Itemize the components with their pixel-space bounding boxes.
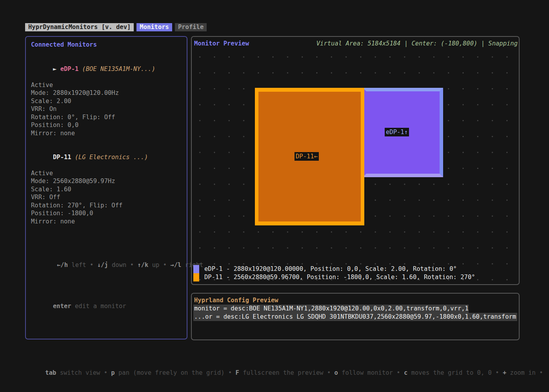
global-keybindings-help: tab switch view • p pan (move freely on … bbox=[31, 344, 540, 392]
monitor-position: Position: -1800,0 bbox=[31, 209, 182, 218]
monitor-preview-panel: Monitor Preview Virtual Area: 5184x5184 … bbox=[191, 36, 520, 285]
monitor-device-description: (BOE NE135A1M-NY...) bbox=[82, 65, 155, 73]
monitor-name: DP-11 bbox=[53, 154, 71, 161]
help-line-1: tab switch view • p pan (move freely on … bbox=[31, 361, 540, 385]
monitor-mode: Mode: 2880x1920@120.00Hz bbox=[31, 89, 182, 97]
selection-arrow-icon: ► bbox=[53, 65, 60, 73]
legend-text-edp1: eDP-1 - 2880x1920@120.00000, Position: 0… bbox=[204, 265, 457, 273]
monitor-rotation: Rotation: 0°, Flip: Off bbox=[31, 113, 182, 122]
monitor-name: eDP-1 bbox=[60, 65, 79, 73]
help-tab-key: tab bbox=[45, 369, 56, 376]
help-zoomin-desc: zoom in • bbox=[506, 369, 543, 376]
legend-swatch-edp1 bbox=[193, 265, 199, 273]
keyhint-left-desc: left • bbox=[68, 261, 97, 269]
monitor-mirror: Mirror: none bbox=[31, 218, 182, 226]
help-fullscreen-desc: fullscreen the preview • bbox=[239, 369, 334, 376]
keyhint-right-key: →/l bbox=[170, 261, 181, 269]
monitor-scale: Scale: 2.00 bbox=[31, 97, 182, 105]
keyhint-up-desc: up • bbox=[148, 261, 170, 269]
monitor-status: Active bbox=[31, 81, 182, 89]
monitor-rotation: Rotation: 270°, Flip: Off bbox=[31, 201, 182, 210]
tab-profile[interactable]: Profile bbox=[175, 23, 207, 31]
keyhint-enter-desc: edit a monitor bbox=[71, 303, 126, 310]
legend-text-dp11: DP-11 - 2560x2880@59.96700, Position: -1… bbox=[204, 273, 475, 281]
monitor-device-description: (LG Electronics ...) bbox=[75, 154, 148, 161]
preview-monitor-dp11[interactable]: DP-11← bbox=[255, 88, 364, 225]
legend-row-dp11: DP-11 - 2560x2880@59.96700, Position: -1… bbox=[193, 273, 475, 281]
tab-bar: HyprDynamicMonitors [v. dev] Monitors Pr… bbox=[25, 23, 207, 31]
monitor-vrr: VRR: On bbox=[31, 105, 182, 113]
preview-legend: eDP-1 - 2880x1920@120.00000, Position: 0… bbox=[193, 265, 475, 281]
keyhint-left-key: ←/h bbox=[57, 261, 68, 269]
help-center-desc: moves the grid to 0, 0 • bbox=[407, 369, 503, 376]
help-follow-key: o bbox=[334, 369, 338, 376]
help-pan-key: p bbox=[111, 369, 115, 376]
keyhint-down-key: ↓/j bbox=[97, 261, 108, 269]
connected-monitors-panel: Connected Monitors ► eDP-1(BOE NE135A1M-… bbox=[25, 36, 187, 339]
config-line-1: monitor = desc:BOE NE135A1M-NY1,2880x192… bbox=[193, 305, 469, 313]
monitor-scale: Scale: 1.60 bbox=[31, 185, 182, 194]
virtual-area-status: Virtual Area: 5184x5184 | Center: (-180,… bbox=[316, 40, 518, 48]
legend-swatch-dp11 bbox=[193, 273, 199, 281]
monitor-position: Position: 0,0 bbox=[31, 121, 182, 129]
config-line-2: ...or = desc:LG Electronics LG SDQHD 301… bbox=[193, 313, 517, 321]
monitor-preview-title: Monitor Preview bbox=[194, 40, 249, 48]
monitor-list-item-edp1[interactable]: ► eDP-1(BOE NE135A1M-NY...) Active Mode:… bbox=[31, 57, 182, 137]
app-title: HyprDynamicMonitors [v. dev] bbox=[25, 23, 134, 31]
help-center-key: c bbox=[404, 369, 407, 376]
monitor-mirror: Mirror: none bbox=[31, 129, 182, 138]
config-panel-title: Hyprland Config Preview bbox=[193, 296, 517, 305]
help-tab-desc: switch view • bbox=[56, 369, 111, 376]
help-follow-desc: follow monitor • bbox=[338, 369, 404, 376]
help-zoomin-key: + bbox=[503, 369, 506, 376]
help-pan-desc: pan (move freely on the grid) • bbox=[115, 369, 236, 376]
connected-monitors-title: Connected Monitors bbox=[31, 41, 182, 49]
hyprland-config-panel: Hyprland Config Preview monitor = desc:B… bbox=[191, 293, 520, 340]
keyhint-enter-key: enter bbox=[53, 303, 71, 310]
keyhint-down-desc: down • bbox=[108, 261, 138, 269]
preview-monitor-edp1[interactable]: eDP-1↑ bbox=[363, 88, 443, 177]
monitor-list-item-dp11[interactable]: DP-11(LG Electronics ...) Active Mode: 2… bbox=[31, 145, 182, 225]
preview-monitor-edp1-label: eDP-1↑ bbox=[385, 128, 409, 136]
monitor-vrr: VRR: Off bbox=[31, 193, 182, 201]
tab-monitors[interactable]: Monitors bbox=[136, 23, 172, 31]
monitor-mode: Mode: 2560x2880@59.97Hz bbox=[31, 177, 182, 185]
legend-row-edp1: eDP-1 - 2880x1920@120.00000, Position: 0… bbox=[193, 265, 475, 273]
keyhint-up-key: ↑/k bbox=[137, 261, 148, 269]
left-panel-keybindings: ←/h left • ↓/j down • ↑/k up • →/l right… bbox=[31, 236, 182, 335]
monitor-status: Active bbox=[31, 169, 182, 178]
preview-monitor-dp11-label: DP-11← bbox=[294, 152, 319, 161]
help-fullscreen-key: F bbox=[236, 369, 239, 376]
